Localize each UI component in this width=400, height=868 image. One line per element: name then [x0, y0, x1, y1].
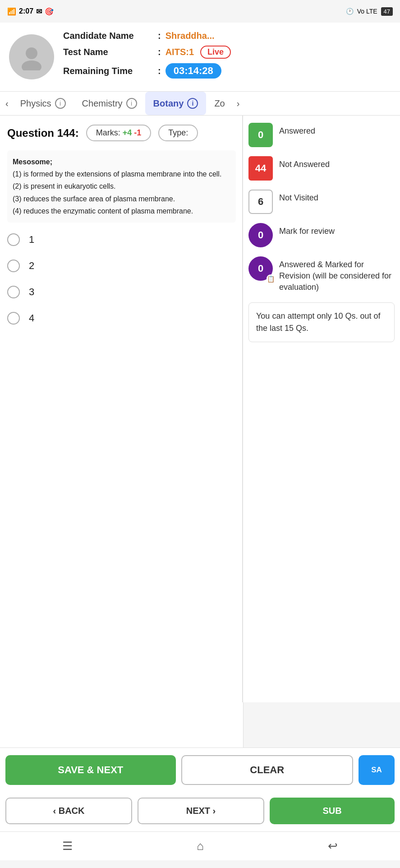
signal-strength-icon: Vo LTE [357, 8, 377, 15]
time-display: 2:07 [19, 7, 33, 15]
tab-next-arrow[interactable]: › [233, 98, 244, 109]
sys-nav-bar: ☰ ⌂ ↩ [0, 831, 400, 860]
tab-chemistry-info-icon[interactable]: i [126, 98, 137, 109]
save-next-button[interactable]: SAVE & NEXT [5, 755, 176, 785]
tab-prev-arrow[interactable]: ‹ [2, 98, 12, 109]
clock-icon: 🕐 [346, 8, 354, 15]
options-list: 1 2 3 4 [7, 233, 236, 325]
tab-physics-label: Physics [20, 98, 51, 109]
marks-plus: +4 [123, 128, 132, 137]
remaining-time-row: Remaining Time : 03:14:28 [63, 63, 391, 79]
question-line-1: (1) is formed by the extensions of plasm… [13, 168, 230, 180]
status-left: 📶 2:07 ✉ 🎯 [7, 7, 54, 16]
option-2-radio[interactable] [7, 260, 20, 272]
mark-review-label: Mark for review [279, 223, 335, 237]
status-right: 🕐 Vo LTE 47 [346, 7, 393, 16]
question-content-bold: Mesosome; [13, 156, 230, 168]
colon-2: : [158, 47, 161, 57]
answered-badge: 0 [248, 123, 273, 147]
candidate-info: Candidate Name : Shraddha... Test Name :… [63, 31, 391, 83]
back-nav-icon[interactable]: ↩ [328, 839, 338, 853]
tabs-row: ‹ Physics i Chemistry i Botany i Zo › [0, 92, 400, 116]
option-1[interactable]: 1 [7, 233, 236, 246]
tab-botany-label: Botany [153, 98, 184, 109]
tab-physics-info-icon[interactable]: i [55, 98, 66, 109]
home-icon[interactable]: ⌂ [197, 839, 204, 853]
answered-marked-badge: 0 📋 [248, 256, 273, 281]
not-visited-badge: 6 [248, 190, 273, 214]
colon-1: : [158, 31, 161, 41]
avatar [9, 34, 54, 79]
legend-answered: 0 Answered [248, 123, 395, 147]
option-1-radio[interactable] [7, 233, 20, 246]
candidate-name-label: Candidate Name [63, 31, 153, 41]
marks-label: Marks: [96, 128, 120, 137]
mark-review-badge: 0 [248, 223, 273, 247]
remaining-time-value: 03:14:28 [166, 63, 221, 79]
not-visited-count: 6 [258, 196, 263, 208]
save-mark-button[interactable]: SA [359, 755, 395, 785]
next-button[interactable]: NEXT › [138, 798, 264, 824]
avatar-icon [18, 43, 45, 70]
submit-button[interactable]: SUB [270, 798, 395, 824]
answered-marked-dot-icon: 📋 [267, 274, 275, 283]
tab-chemistry-label: Chemistry [82, 98, 123, 109]
clear-button[interactable]: CLEAR [181, 755, 354, 785]
tab-chemistry[interactable]: Chemistry i [74, 92, 145, 115]
question-line-4: (4) reduces the enzymatic content of pla… [13, 205, 230, 217]
question-header: Question 144: Marks: +4 -1 Type: [7, 125, 236, 141]
tab-botany-info-icon[interactable]: i [187, 98, 198, 109]
option-1-label: 1 [29, 234, 34, 246]
test-name-row: Test Name : AITS:1 Live [63, 46, 391, 59]
colon-3: : [158, 66, 161, 76]
option-3-radio[interactable] [7, 286, 20, 298]
not-answered-count: 44 [255, 162, 266, 174]
header-card: Candidate Name : Shraddha... Test Name :… [0, 23, 400, 92]
test-name-label: Test Name [63, 47, 153, 57]
tab-zoology-label: Zo [214, 98, 225, 109]
candidate-name-value: Shraddha... [166, 31, 215, 41]
menu-icon[interactable]: ☰ [62, 839, 73, 853]
status-bar: 📶 2:07 ✉ 🎯 🕐 Vo LTE 47 [0, 0, 400, 23]
type-badge: Type: [158, 125, 198, 141]
not-answered-label: Not Answered [279, 156, 330, 170]
tab-physics[interactable]: Physics i [12, 92, 74, 115]
option-2[interactable]: 2 [7, 260, 236, 272]
option-4[interactable]: 4 [7, 312, 236, 325]
signal-icon: 📶 [7, 7, 16, 16]
tooltip-text: You can attempt only 10 Qs. out of the l… [256, 311, 381, 333]
legend-not-visited: 6 Not Visited [248, 190, 395, 214]
legend-not-answered: 44 Not Answered [248, 156, 395, 181]
option-4-radio[interactable] [7, 312, 20, 325]
main-area: Question 144: Marks: +4 -1 Type: Mesosom… [0, 116, 400, 747]
option-4-label: 4 [29, 312, 34, 324]
battery-icon: 47 [381, 7, 393, 16]
live-badge: Live [200, 46, 231, 59]
question-title: Question 144: [7, 127, 79, 139]
remaining-time-label: Remaining Time [63, 66, 153, 76]
marks-minus: -1 [134, 128, 141, 137]
tooltip-box: You can attempt only 10 Qs. out of the l… [248, 302, 395, 342]
svg-point-0 [26, 47, 37, 59]
tab-zoology[interactable]: Zo [206, 92, 233, 115]
answered-marked-count: 0 [258, 263, 263, 274]
option-3-label: 3 [29, 286, 34, 298]
app-icon: 🎯 [45, 7, 54, 16]
tab-botany[interactable]: Botany i [145, 92, 207, 115]
not-visited-label: Not Visited [279, 190, 318, 204]
legend-answered-marked: 0 📋 Answered & Marked for Revision (will… [248, 256, 395, 293]
option-3[interactable]: 3 [7, 286, 236, 298]
legend-mark-review: 0 Mark for review [248, 223, 395, 247]
answered-marked-label: Answered & Marked for Revision (will be … [279, 256, 395, 293]
question-line-2: (2) is present in eukaryotic cells. [13, 180, 230, 192]
nav-actions: ‹ BACK NEXT › SUB [0, 792, 400, 831]
option-2-label: 2 [29, 260, 34, 272]
back-button[interactable]: ‹ BACK [5, 798, 132, 824]
not-answered-badge: 44 [248, 156, 273, 181]
question-panel: Question 144: Marks: +4 -1 Type: Mesosom… [0, 116, 244, 747]
answered-label: Answered [279, 123, 315, 137]
question-line-3: (3) reduces the surface area of plasma m… [13, 193, 230, 205]
type-label: Type: [168, 128, 188, 137]
svg-point-1 [22, 60, 41, 70]
bottom-actions: SAVE & NEXT CLEAR SA [0, 747, 400, 792]
